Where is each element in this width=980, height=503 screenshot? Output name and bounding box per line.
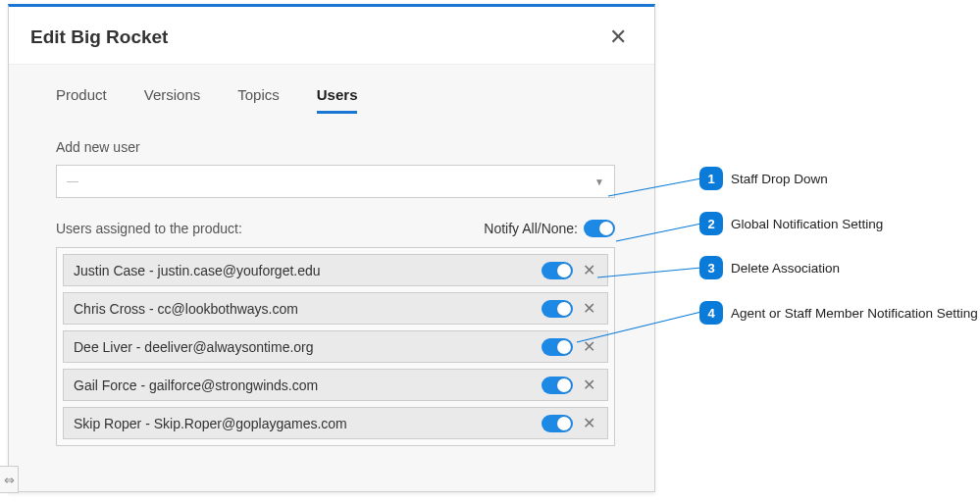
user-display: Justin Case - justin.case@youforget.edu: [74, 263, 321, 278]
assigned-header: Users assigned to the product: Notify Al…: [56, 220, 615, 237]
callout-text: Agent or Staff Member Notification Setti…: [731, 306, 978, 321]
remove-user-icon[interactable]: ✕: [581, 414, 597, 432]
user-row: Justin Case - justin.case@youforget.edu …: [63, 254, 608, 286]
dropdown-placeholder: —: [67, 175, 78, 188]
user-notify-toggle[interactable]: [542, 262, 573, 279]
close-icon[interactable]: ✕: [603, 25, 633, 50]
callout-badge: 4: [699, 301, 723, 325]
user-notify-toggle[interactable]: [542, 377, 573, 394]
tab-users[interactable]: Users: [317, 86, 358, 114]
tab-versions[interactable]: Versions: [144, 86, 201, 114]
callout-badge: 2: [699, 212, 723, 235]
user-row: Gail Force - gailforce@strongwinds.com ✕: [63, 369, 608, 401]
tab-product[interactable]: Product: [56, 86, 107, 114]
tab-row: Product Versions Topics Users: [56, 86, 615, 114]
callout-text: Global Notification Setting: [731, 217, 883, 231]
user-notify-toggle[interactable]: [542, 300, 573, 318]
callout-badge: 3: [699, 256, 723, 279]
user-row: Dee Liver - deeliver@alwaysontime.org ✕: [63, 330, 608, 363]
callout-2: 2 Global Notification Setting: [699, 212, 883, 235]
add-user-label: Add new user: [56, 139, 615, 155]
remove-user-icon[interactable]: ✕: [581, 376, 597, 394]
remove-user-icon[interactable]: ✕: [581, 337, 597, 356]
notify-all-label: Notify All/None:: [484, 221, 578, 236]
user-list: Justin Case - justin.case@youforget.edu …: [56, 247, 615, 446]
resize-handle-icon[interactable]: ⇔: [0, 466, 19, 493]
callout-text: Delete Association: [731, 261, 840, 276]
add-user-dropdown[interactable]: — ▼: [56, 165, 615, 198]
remove-user-icon[interactable]: ✕: [581, 261, 597, 279]
user-notify-toggle[interactable]: [542, 338, 573, 356]
chevron-down-icon: ▼: [594, 176, 604, 187]
modal-header: Edit Big Rocket ✕: [9, 7, 654, 65]
remove-user-icon[interactable]: ✕: [581, 299, 597, 318]
user-display: Chris Cross - cc@lookbothways.com: [74, 301, 298, 317]
user-display: Dee Liver - deeliver@alwaysontime.org: [74, 339, 314, 355]
user-display: Skip Roper - Skip.Roper@goplaygames.com: [74, 416, 347, 431]
callout-3: 3 Delete Association: [699, 256, 840, 279]
callout-text: Staff Drop Down: [731, 172, 828, 186]
notify-all-wrap: Notify All/None:: [484, 220, 615, 237]
callout-badge: 1: [699, 167, 723, 190]
notify-all-toggle[interactable]: [584, 220, 615, 237]
callout-1: 1 Staff Drop Down: [699, 167, 828, 190]
assigned-label: Users assigned to the product:: [56, 221, 242, 236]
user-notify-toggle[interactable]: [542, 415, 573, 432]
tab-topics[interactable]: Topics: [237, 86, 280, 114]
modal-body: Product Versions Topics Users Add new us…: [9, 65, 654, 491]
user-row: Skip Roper - Skip.Roper@goplaygames.com …: [63, 407, 608, 439]
user-row: Chris Cross - cc@lookbothways.com ✕: [63, 292, 608, 325]
user-display: Gail Force - gailforce@strongwinds.com: [74, 377, 318, 393]
edit-product-modal: Edit Big Rocket ✕ Product Versions Topic…: [8, 4, 655, 492]
modal-title: Edit Big Rocket: [30, 26, 168, 48]
callout-4: 4 Agent or Staff Member Notification Set…: [699, 301, 978, 325]
